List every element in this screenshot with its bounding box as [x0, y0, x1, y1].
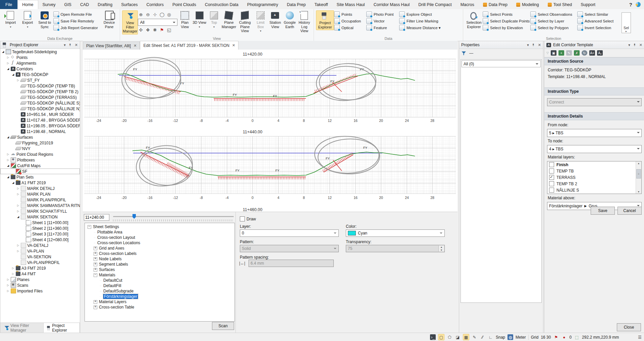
cancel-button[interactable]: Cancel: [618, 207, 642, 215]
polygon-select-icon[interactable]: ⬠: [447, 334, 452, 340]
tab-view-filter-manager[interactable]: View Filter Manager: [0, 323, 44, 333]
panel-menu-icon[interactable]: ▾: [64, 43, 66, 47]
zoom-out-icon[interactable]: ⊖: [145, 12, 151, 17]
expand-caret[interactable]: [1, 50, 5, 53]
tree-item[interactable]: Plotboxes: [0, 157, 80, 163]
expand-caret[interactable]: [6, 153, 10, 156]
expand-caret[interactable]: [6, 56, 10, 59]
expand-caret[interactable]: [16, 215, 20, 218]
plan-view-button[interactable]: Plan View: [177, 10, 192, 29]
zoom-center-icon[interactable]: ⊹: [152, 12, 158, 17]
material-layer-row[interactable]: Finish: [547, 161, 641, 168]
ribbon-tab[interactable]: CAD: [76, 0, 93, 9]
ribbon-tab[interactable]: Corridors: [142, 0, 168, 9]
cutting-plane-view-button[interactable]: Cutting Plane View: [236, 10, 253, 34]
expand-caret[interactable]: [6, 176, 10, 179]
expand-box[interactable]: [94, 236, 96, 239]
ribbon-small-button[interactable]: Select by Polygon: [530, 25, 577, 30]
settings-tree-item[interactable]: Segment Labels: [85, 262, 234, 267]
ribbon-tab[interactable]: Tool Shed: [543, 0, 577, 9]
settings-tree-item[interactable]: Materials: [85, 272, 234, 278]
settings-tree-item[interactable]: Plottable Area: [85, 229, 234, 235]
color-combo[interactable]: Cyan: [346, 229, 445, 237]
expand-box[interactable]: [100, 284, 102, 287]
tree-item[interactable]: Plan Sets: [0, 174, 80, 180]
unit-label[interactable]: Meter: [516, 335, 526, 340]
tree-item[interactable]: A1 FMT 2019: [0, 180, 80, 186]
output-window-icon[interactable]: ▣: [551, 50, 556, 56]
view-tab[interactable]: Edit Sheet Set: A1 FMT 2019 - MARK SEKTI…: [140, 41, 238, 50]
mini-window-icon[interactable]: ◱: [166, 27, 172, 32]
tab-project-explorer[interactable]: Project Explorer: [44, 323, 80, 333]
layer-combo[interactable]: 0: [240, 229, 339, 237]
tree-item[interactable]: MARK DETALJ: [0, 186, 80, 191]
ribbon-small-button[interactable]: Photo Point: [366, 11, 399, 17]
delete-instruction-icon[interactable]: ✗: [574, 50, 580, 56]
zoom-in-icon[interactable]: ⊕: [138, 12, 144, 17]
move-icon[interactable]: ✣: [138, 27, 144, 32]
settings-tree-item[interactable]: Node Labels: [85, 256, 234, 262]
tree-item[interactable]: TEG-SÖDKÖP (TERRASS): [0, 94, 80, 100]
command-console-icon[interactable]: ›_: [430, 334, 436, 340]
ribbon-tab[interactable]: GIS: [60, 0, 76, 9]
flag-icon[interactable]: ⚑: [159, 27, 165, 32]
ribbon-small-button[interactable]: Explore Object: [399, 11, 445, 17]
tree-item[interactable]: 11+198.48 , NORMAL: [0, 129, 80, 134]
view-filter-manager-button[interactable]: View Filter Manager: [122, 10, 138, 35]
ribbon-tab[interactable]: Surfaces: [117, 0, 142, 9]
expand-caret[interactable]: [6, 158, 10, 161]
fill-display-icon[interactable]: ◪: [455, 334, 461, 340]
grid-label[interactable]: Grid: [531, 335, 539, 340]
tree-item[interactable]: A4 FMT: [0, 271, 80, 277]
tree-item[interactable]: MARK SEKTION: [0, 214, 80, 220]
ribbon-small-button[interactable]: Vector: [366, 18, 399, 24]
limit-box-button[interactable]: Limit Box▾: [253, 10, 268, 33]
tree-item[interactable]: Planes: [0, 277, 80, 282]
tree-item[interactable]: MARK PLAN: [0, 191, 80, 197]
ribbon-small-button[interactable]: Select Observations: [530, 11, 577, 17]
expand-box[interactable]: [94, 273, 97, 277]
close-button[interactable]: Close: [617, 323, 641, 331]
transparency-spinner[interactable]: 75▲▼: [346, 245, 445, 252]
zoom-extents-icon[interactable]: ◎: [166, 12, 172, 17]
settings-tree-item[interactable]: Sheet Settings: [85, 224, 234, 229]
tree-item[interactable]: 10+951.54 , MUR SÖDER: [0, 112, 80, 117]
layer-checkbox[interactable]: [549, 181, 554, 186]
tree-item[interactable]: VA-PLAN/PROFIL: [0, 260, 80, 265]
clipped-ribbon-button[interactable]: Sel▸: [622, 12, 631, 33]
settings-tree-item[interactable]: Surfaces: [85, 267, 234, 272]
tree-item[interactable]: NVY: [0, 146, 80, 151]
tree-item[interactable]: Flygning_201019: [0, 140, 80, 146]
tree-item[interactable]: MARK PLAN/PROFIL: [0, 197, 80, 203]
device-pane-button[interactable]: Device Pane: [101, 10, 118, 29]
bounds-icon[interactable]: ⬚: [574, 334, 580, 340]
job-report-generator-button[interactable]: Job Report Generator: [53, 25, 101, 30]
expand-box[interactable]: [100, 295, 102, 298]
layer-checkbox[interactable]: [549, 162, 554, 167]
view-filter-combo[interactable]: All: [138, 19, 177, 26]
expand-caret[interactable]: [6, 289, 10, 292]
tree-item[interactable]: TEG-SÖDKÖP (TEMP TB 2): [0, 89, 80, 94]
expand-box[interactable]: [94, 242, 96, 245]
expand-caret[interactable]: [16, 244, 20, 247]
dropdown-arrow-icon[interactable]: ▽: [546, 51, 549, 55]
expand-box[interactable]: [94, 247, 97, 250]
help-icon[interactable]: ?: [629, 2, 632, 7]
ribbon-tab[interactable]: Data Prep: [282, 0, 310, 9]
material-layer-row[interactable]: TEMP TB 2: [547, 181, 641, 187]
edit-instruction-icon[interactable]: ✎: [566, 50, 572, 56]
settings-tree-item[interactable]: Material Layers: [85, 299, 234, 304]
ribbon-small-button[interactable]: Select Duplicate Points: [483, 18, 530, 24]
panel-menu-icon[interactable]: ▾: [527, 43, 529, 47]
tree-item[interactable]: Sheet 2 [11+360.00]: [0, 225, 80, 231]
tree-item[interactable]: Tegelbruket-Söderköping: [0, 49, 80, 55]
cross-section-canvas[interactable]: 11+420.00 11+440.00 11+460.00 -24-20-16-…: [83, 50, 458, 212]
open-remote-file-button[interactable]: Open Remote File: [53, 11, 101, 17]
tree-item[interactable]: VA-PLAN: [0, 248, 80, 254]
scrollbar-thumb[interactable]: ≡: [636, 169, 641, 179]
from-node-combo[interactable]: 5 ▸ TBS: [547, 129, 642, 137]
grid-toggle-icon[interactable]: ▦: [463, 334, 469, 340]
settings-tree-item[interactable]: Grid and Axes: [85, 246, 234, 251]
world-icon[interactable]: ◍: [507, 334, 513, 340]
scroll-down-icon[interactable]: ▼: [638, 191, 640, 193]
